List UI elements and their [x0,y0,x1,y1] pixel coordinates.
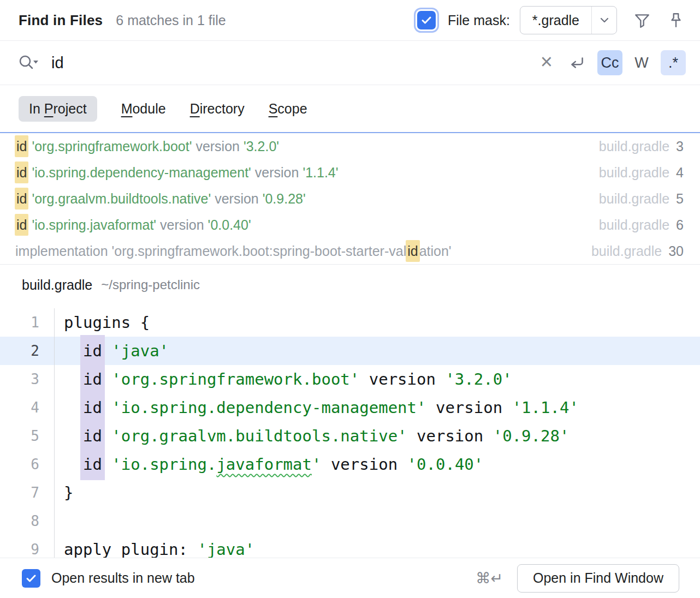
tab-text: irectory [200,101,245,116]
match-summary: 6 matches in 1 file [116,13,226,28]
keyboard-shortcut-hint: ⌘↵ [476,570,503,587]
scope-tabs: In Project Module Directory Scope [0,85,700,132]
open-results-new-tab-label[interactable]: Open results in new tab [51,570,195,586]
code-line[interactable]: 2 id 'java' [0,337,700,365]
result-file-name: build.gradle [599,191,669,206]
pin-icon[interactable] [667,11,685,29]
file-mask-value: *.gradle [520,7,591,34]
result-file-name: build.gradle [599,139,669,154]
tab-text: In [29,101,44,116]
footer: Open results in new tab ⌘↵ Open in Find … [0,558,700,598]
checkmark-icon [25,572,38,585]
tab-scope[interactable]: Scope [269,101,307,117]
result-preview: id 'io.spring.javaformat' version '0.0.4… [15,217,251,233]
code-text: apply plugin: 'java' [55,535,254,558]
result-location: build.gradle5 [599,191,684,207]
whole-words-toggle[interactable]: W [629,50,654,75]
code-text: id 'org.springframework.boot' version '3… [55,365,512,393]
code-text: id 'org.graalvm.buildtools.native' versi… [55,422,569,450]
line-number: 9 [0,535,55,558]
code-text: id 'io.spring.dependency-management' ver… [55,393,579,422]
result-row[interactable]: implementation 'org.springframework.boot… [0,238,700,264]
result-row[interactable]: id 'io.spring.dependency-management' ver… [0,159,700,186]
result-preview: implementation 'org.springframework.boot… [15,243,452,259]
code-line[interactable]: 6 id 'io.spring.javaformat' version '0.0… [0,450,700,479]
line-number: 1 [0,308,55,337]
results-list: id 'org.springframework.boot' version '3… [0,132,700,265]
result-line-number: 3 [676,139,684,154]
result-line-number: 6 [676,217,684,232]
line-number: 4 [0,393,55,422]
line-number: 7 [0,479,55,507]
code-preview[interactable]: 1 plugins { 2 id 'java' 3 id 'org.spring… [0,305,700,558]
search-icon[interactable] [16,52,40,74]
code-line[interactable]: 9 apply plugin: 'java' [0,535,700,558]
filter-icon[interactable] [633,11,651,29]
newline-icon[interactable] [563,53,591,72]
result-line-number: 4 [676,165,684,180]
code-text: id 'io.spring.javaformat' version '0.0.4… [55,450,483,479]
code-line[interactable]: 5 id 'org.graalvm.buildtools.native' ver… [0,422,700,450]
clear-icon[interactable]: × [541,51,557,74]
result-file-name: build.gradle [599,217,669,232]
code-text: id 'java' [55,337,169,365]
result-preview: id 'org.springframework.boot' version '3… [15,139,279,154]
result-preview: id 'io.spring.dependency-management' ver… [15,165,339,181]
line-number: 6 [0,450,55,479]
result-location: build.gradle30 [591,243,684,259]
code-line[interactable]: 3 id 'org.springframework.boot' version … [0,365,700,393]
tab-text: odule [132,101,165,116]
titlebar: Find in Files 6 matches in 1 file File m… [0,0,700,41]
line-number: 3 [0,365,55,393]
result-preview: id 'org.graalvm.buildtools.native' versi… [15,191,306,207]
code-line[interactable]: 7 } [0,479,700,507]
code-line[interactable]: 4 id 'io.spring.dependency-management' v… [0,393,700,422]
code-text [55,507,64,535]
open-in-find-window-button[interactable]: Open in Find Window [517,564,679,593]
result-location: build.gradle4 [599,165,684,181]
preview-file-header: build.gradle ~/spring-petclinic [0,265,700,305]
tab-in-project[interactable]: In Project [19,96,97,122]
line-number: 8 [0,507,55,535]
code-text: } [55,479,73,507]
code-line[interactable]: 1 plugins { [0,308,700,337]
search-actions: × Cc W .* [541,50,686,75]
search-bar: id × Cc W .* [0,41,700,85]
result-line-number: 30 [668,243,684,259]
tab-mnemonic: S [269,101,278,116]
file-mask-label: File mask: [448,13,510,28]
chevron-down-icon[interactable] [591,7,616,34]
line-number: 5 [0,422,55,450]
tab-text: roject [53,101,86,116]
result-row[interactable]: id 'org.graalvm.buildtools.native' versi… [0,186,700,212]
tab-mnemonic: M [121,101,133,116]
match-case-toggle[interactable]: Cc [597,50,622,75]
file-mask-combobox[interactable]: *.gradle [520,6,617,34]
code-line[interactable]: 8 [0,507,700,535]
tab-module[interactable]: Module [121,101,166,117]
preview-file-path: ~/spring-petclinic [101,277,200,292]
result-file-name: build.gradle [599,165,669,180]
regex-toggle[interactable]: .* [661,50,686,75]
result-line-number: 5 [676,191,684,206]
code-text: plugins { [55,308,150,337]
file-mask-group: File mask: *.gradle [417,6,685,34]
find-in-files-dialog: Find in Files 6 matches in 1 file File m… [0,0,700,598]
preview-file-name: build.gradle [22,277,92,293]
tab-mnemonic: P [44,101,54,116]
checkmark-icon [420,14,433,27]
result-location: build.gradle3 [599,139,684,154]
result-row[interactable]: id 'io.spring.javaformat' version '0.0.4… [0,212,700,238]
tab-directory[interactable]: Directory [190,101,245,117]
line-number: 2 [0,337,55,365]
open-results-new-tab-checkbox[interactable] [22,569,40,588]
result-location: build.gradle6 [599,217,684,233]
result-file-name: build.gradle [591,243,662,259]
tab-text: cope [277,101,307,116]
dialog-title: Find in Files [19,12,103,29]
search-input[interactable]: id [51,54,541,72]
result-row[interactable]: id 'org.springframework.boot' version '3… [0,133,700,159]
file-mask-checkbox[interactable] [417,11,436,29]
tab-mnemonic: D [190,101,200,116]
